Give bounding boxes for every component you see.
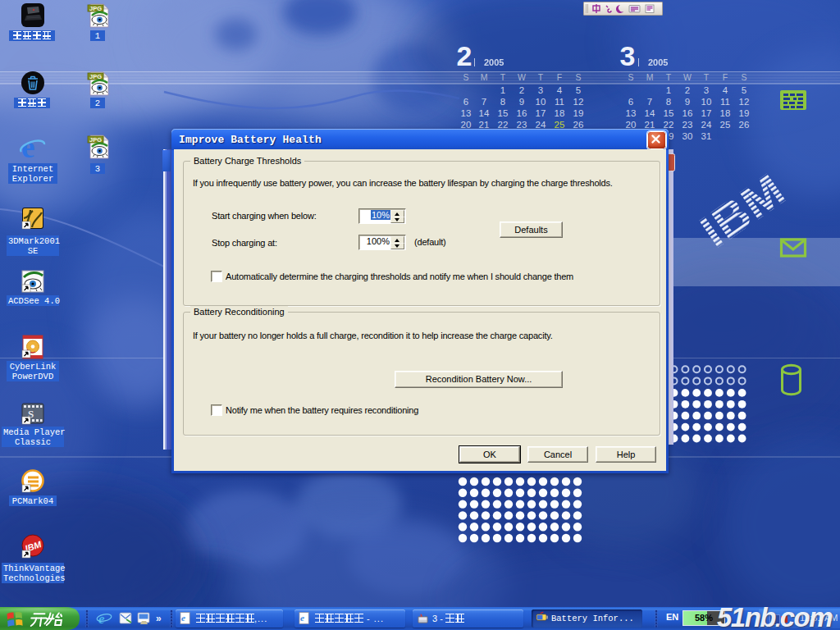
svg-text:25: 25 [720, 120, 731, 130]
svg-text:23: 23 [682, 120, 693, 130]
svg-text:e: e [300, 613, 304, 623]
svg-text:9: 9 [519, 97, 524, 107]
svg-text:T: T [704, 72, 710, 82]
svg-text:11: 11 [555, 97, 564, 107]
svg-text:17: 17 [701, 108, 712, 118]
svg-text:S: S [575, 72, 581, 82]
svg-text:e: e [181, 613, 185, 623]
svg-text:T: T [500, 72, 506, 82]
svg-text:3: 3 [704, 85, 709, 95]
svg-text:14: 14 [479, 108, 490, 118]
svg-text:6: 6 [463, 97, 468, 107]
svg-text:8: 8 [666, 97, 671, 107]
svg-text:4: 4 [723, 85, 728, 95]
svg-text:2: 2 [519, 85, 524, 95]
svg-text:S: S [463, 72, 468, 82]
svg-text:19: 19 [573, 108, 584, 118]
svg-text:21: 21 [479, 120, 490, 130]
svg-text:12: 12 [739, 97, 750, 107]
svg-text:19: 19 [739, 108, 750, 118]
svg-text:26: 26 [739, 120, 750, 130]
svg-text:30: 30 [682, 131, 693, 141]
svg-text:11: 11 [720, 97, 730, 107]
svg-text:13: 13 [626, 108, 637, 118]
svg-text:6: 6 [628, 97, 633, 107]
svg-text:7: 7 [647, 97, 652, 107]
svg-text:16: 16 [682, 108, 693, 118]
svg-text:5: 5 [576, 85, 581, 95]
svg-text:5: 5 [742, 85, 746, 95]
svg-text:24: 24 [536, 120, 546, 130]
svg-text:M: M [481, 72, 488, 82]
svg-text:10: 10 [536, 97, 546, 107]
svg-text:9: 9 [685, 97, 690, 107]
svg-text:4: 4 [557, 85, 563, 95]
svg-text:F: F [723, 72, 728, 82]
svg-text:S: S [628, 72, 633, 82]
svg-text:2005: 2005 [484, 57, 504, 67]
svg-text:15: 15 [498, 108, 509, 118]
svg-text:»: » [156, 613, 162, 624]
svg-text:26: 26 [573, 120, 584, 130]
svg-text:20: 20 [461, 120, 472, 130]
svg-text:3: 3 [538, 85, 543, 95]
svg-text:18: 18 [555, 108, 565, 118]
svg-text:S: S [741, 72, 746, 82]
svg-text:22: 22 [498, 120, 509, 130]
svg-text:7: 7 [482, 97, 486, 107]
svg-text:T: T [666, 72, 672, 82]
svg-text:2: 2 [685, 85, 690, 95]
svg-text:12: 12 [573, 97, 584, 107]
svg-text:22: 22 [664, 120, 674, 130]
svg-text:e: e [98, 611, 105, 627]
svg-text:14: 14 [645, 108, 655, 118]
svg-text:8: 8 [500, 97, 505, 107]
svg-text:20: 20 [626, 120, 637, 130]
svg-text:W: W [683, 72, 692, 82]
svg-text:15: 15 [664, 108, 674, 118]
svg-text:10: 10 [701, 97, 712, 107]
svg-text:25: 25 [555, 120, 565, 130]
svg-text:M: M [646, 72, 654, 82]
svg-text:18: 18 [720, 108, 731, 118]
svg-text:3: 3 [620, 40, 636, 71]
svg-text:2005: 2005 [648, 57, 668, 67]
svg-text:1: 1 [666, 85, 671, 95]
svg-text:23: 23 [517, 120, 527, 130]
svg-text:W: W [518, 72, 526, 82]
svg-text:13: 13 [461, 108, 472, 118]
svg-text:2: 2 [457, 40, 472, 71]
svg-text:24: 24 [701, 120, 712, 130]
svg-text:21: 21 [645, 120, 655, 130]
svg-text:1: 1 [500, 85, 505, 95]
svg-text:F: F [557, 72, 562, 82]
svg-text:T: T [538, 72, 544, 82]
svg-text:16: 16 [517, 108, 527, 118]
svg-text:31: 31 [701, 131, 712, 141]
svg-text:17: 17 [536, 108, 546, 118]
